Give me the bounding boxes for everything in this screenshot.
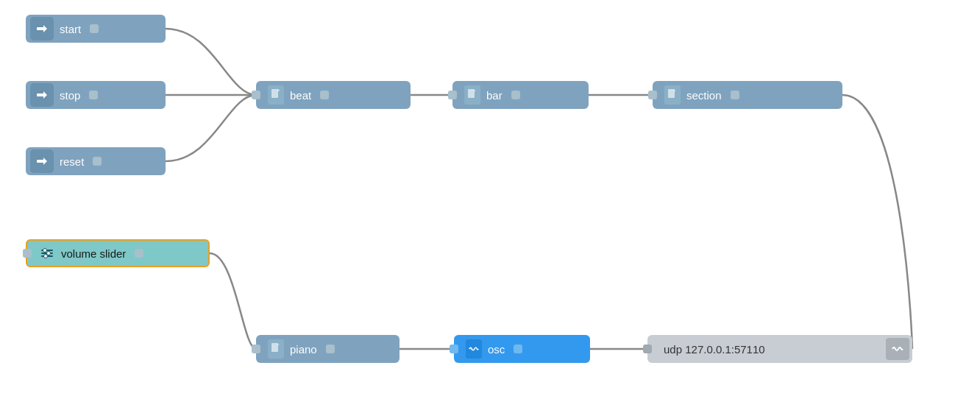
volume-left-port[interactable] <box>23 249 32 258</box>
section-label: section <box>685 89 728 102</box>
wave-icon <box>469 343 479 355</box>
doc-icon-4 <box>271 343 281 355</box>
svg-marker-3 <box>43 91 47 99</box>
osc-left-port[interactable] <box>450 345 458 353</box>
node-canvas: start stop reset <box>0 0 980 399</box>
start-label: start <box>58 23 87 35</box>
piano-left-port[interactable] <box>252 345 260 353</box>
volume-right-port[interactable] <box>135 249 143 258</box>
reset-trigger-icon <box>36 155 48 167</box>
udp-signal-icon <box>891 343 904 355</box>
svg-rect-0 <box>37 27 44 30</box>
bar-label: bar <box>485 89 508 102</box>
section-node[interactable]: section <box>653 81 842 109</box>
svg-rect-8 <box>468 89 475 98</box>
beat-node[interactable]: beat <box>256 81 411 109</box>
beat-right-port[interactable] <box>320 91 329 99</box>
svg-marker-5 <box>43 158 47 165</box>
bar-node[interactable]: bar <box>452 81 589 109</box>
udp-node[interactable]: udp 127.0.0.1:57110 <box>647 335 912 363</box>
piano-label: piano <box>288 343 323 356</box>
svg-point-13 <box>47 252 51 255</box>
section-left-port[interactable] <box>648 91 657 99</box>
trigger-arrow-icon <box>36 23 48 35</box>
svg-rect-7 <box>277 89 280 91</box>
udp-left-port[interactable] <box>643 345 652 353</box>
udp-wave-icon <box>886 338 909 360</box>
stop-node[interactable]: stop <box>26 81 166 109</box>
piano-right-port[interactable] <box>326 345 335 353</box>
svg-marker-1 <box>43 25 47 32</box>
start-right-port[interactable] <box>90 24 99 33</box>
bar-doc-icon <box>464 85 480 105</box>
svg-rect-9 <box>668 89 675 98</box>
stop-trigger-icon <box>36 89 48 101</box>
section-right-port[interactable] <box>731 91 739 99</box>
beat-left-port[interactable] <box>252 91 260 99</box>
volume-slider-label: volume slider <box>60 247 132 260</box>
svg-rect-2 <box>37 93 44 96</box>
reset-label: reset <box>58 155 90 168</box>
svg-rect-16 <box>271 343 278 352</box>
doc-icon-2 <box>467 89 477 101</box>
osc-label: osc <box>486 343 511 356</box>
reset-node[interactable]: reset <box>26 147 166 175</box>
svg-point-11 <box>43 249 47 253</box>
piano-doc-icon <box>268 339 284 359</box>
doc-icon-3 <box>667 89 678 101</box>
bar-right-port[interactable] <box>511 91 520 99</box>
volume-slider-node[interactable]: volume slider <box>26 239 210 267</box>
osc-node[interactable]: osc <box>454 335 590 363</box>
piano-node[interactable]: piano <box>256 335 400 363</box>
osc-right-port[interactable] <box>514 345 522 353</box>
svg-point-15 <box>44 255 48 258</box>
beat-label: beat <box>288 89 317 102</box>
osc-wave-icon <box>466 339 482 359</box>
doc-icon <box>271 89 281 101</box>
start-node[interactable]: start <box>26 15 166 43</box>
beat-doc-icon <box>268 85 284 105</box>
bar-left-port[interactable] <box>448 91 457 99</box>
start-trigger-btn[interactable] <box>30 17 54 40</box>
sliders-icon <box>40 247 54 260</box>
udp-label: udp 127.0.0.1:57110 <box>655 343 886 356</box>
section-doc-icon <box>664 85 681 105</box>
stop-right-port[interactable] <box>89 91 98 99</box>
stop-trigger-btn[interactable] <box>30 83 54 107</box>
slider-lines-icon <box>39 244 55 263</box>
svg-rect-4 <box>37 160 44 163</box>
stop-label: stop <box>58 89 86 102</box>
svg-rect-6 <box>271 89 278 98</box>
reset-right-port[interactable] <box>93 157 102 166</box>
reset-trigger-btn[interactable] <box>30 149 54 173</box>
